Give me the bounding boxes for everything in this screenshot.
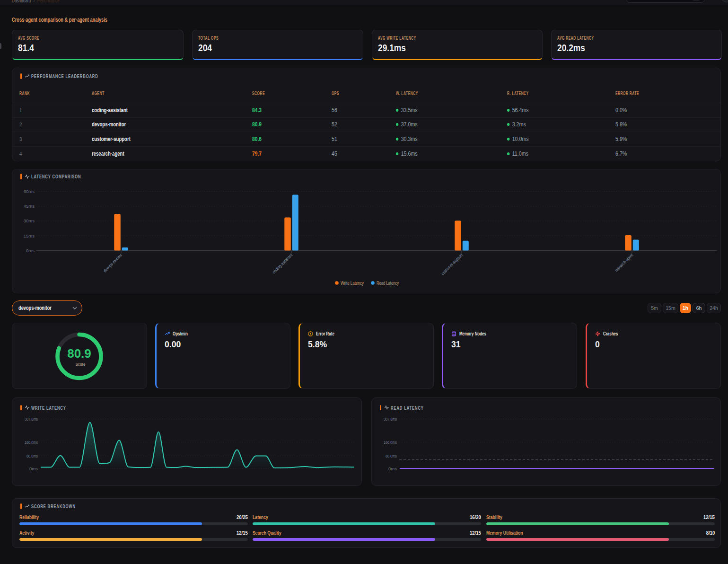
svg-text:Read Latency: Read Latency [377, 281, 399, 286]
svg-text:45ms: 45ms [24, 203, 35, 209]
svg-text:devops-monitor: devops-monitor [102, 252, 123, 273]
svg-text:60ms: 60ms [24, 189, 35, 194]
svg-text:Score: Score [76, 362, 86, 367]
svg-text:307.6ms: 307.6ms [384, 416, 397, 422]
svg-text:80.0ms: 80.0ms [386, 453, 397, 458]
svg-text:160.0ms: 160.0ms [384, 440, 397, 445]
svg-text:80.9: 80.9 [67, 346, 91, 361]
svg-text:research-agent: research-agent [614, 252, 634, 273]
svg-text:customer-support: customer-support [440, 252, 464, 276]
svg-text:0ms: 0ms [26, 248, 35, 253]
svg-text:0ms: 0ms [388, 466, 397, 471]
svg-text:coding-assistant: coding-assistant [271, 252, 294, 275]
svg-text:15ms: 15ms [24, 233, 35, 238]
svg-text:307.6ms: 307.6ms [25, 416, 38, 422]
svg-text:Write Latency: Write Latency [341, 281, 364, 286]
svg-text:160.0ms: 160.0ms [25, 440, 38, 445]
svg-text:0ms: 0ms [29, 466, 38, 471]
svg-text:80.0ms: 80.0ms [26, 453, 38, 458]
svg-text:30ms: 30ms [24, 218, 35, 223]
